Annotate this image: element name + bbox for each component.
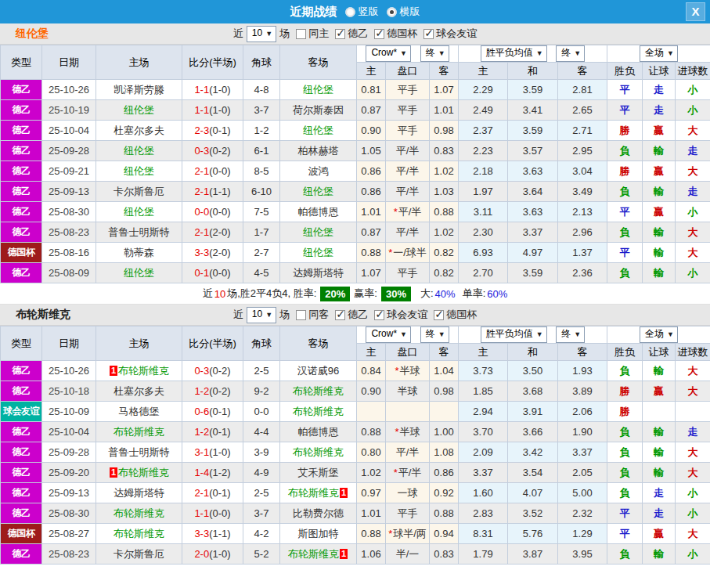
team-name-text: 布轮斯维克 [118,365,169,377]
league-checkbox-friendly[interactable] [423,29,434,39]
league-label-de2[interactable]: 德乙 [348,27,368,41]
col-header-away: 客场 [280,326,357,361]
cell-goals-result: 走 [676,141,710,161]
final-odds-select-2[interactable]: 终▼ [556,326,585,343]
horizontal-layout-radio[interactable] [387,7,397,17]
cell-date: 25-10-26 [42,361,96,381]
cell-result: 負 [607,182,643,202]
league-checkbox-friendly[interactable] [374,310,384,320]
full-match-select[interactable]: 全场▼ [640,326,678,343]
cell-goals-result: 走 [676,422,710,442]
same-away-checkbox[interactable] [296,310,306,320]
cell-result: 平 [607,524,643,544]
cell-score: 3-1(1-0) [182,442,243,463]
cell-handicap-result: 輸 [643,141,676,161]
cell-odds-draw: 3.68 [508,381,558,402]
cell-home-team: 杜塞尔多夫 [96,381,182,402]
team-name-text: 布轮斯维克 [293,446,344,458]
cell-odds-home: 3.70 [459,422,508,442]
team-name-text: 杜塞尔多夫 [114,385,164,397]
single-rate: 60% [487,288,507,300]
league-checkbox-de2[interactable] [335,29,345,39]
sub-header-odds-away: 客 [558,63,607,80]
final-odds-select[interactable]: 终▼ [420,326,449,343]
league-checkbox-de2[interactable] [335,310,345,320]
chevron-down-icon: ▼ [438,330,445,338]
cell-handicap-line: 平/半 [386,161,430,182]
cell-home-team: 布轮斯维克 [96,524,182,544]
cell-score: 0-3(0-2) [182,141,243,161]
cell-odds-draw: 3.59 [508,121,558,141]
cell-handicap-home-odds: 1.07 [357,263,386,283]
cell-result: 勝 [607,381,643,402]
cell-home-team: 普鲁士明斯特 [96,222,182,243]
same-home-checkbox[interactable] [296,29,306,39]
cell-handicap-away-odds: 1.03 [430,182,459,202]
league-label-cup[interactable]: 德国杯 [446,308,477,322]
cell-handicap-result: 贏 [643,524,676,544]
vertical-layout-label[interactable]: 竖版 [359,5,379,19]
cell-handicap-result: 輸 [643,222,676,243]
cell-score: 2-1(1-1) [182,182,243,202]
league-label-cup[interactable]: 德国杯 [387,27,417,41]
chevron-down-icon: ▼ [265,311,272,319]
same-home-label[interactable]: 同主 [308,27,329,41]
same-away-label[interactable]: 同客 [308,308,329,322]
col-header-corner: 角球 [243,326,280,361]
cell-handicap-home-odds: 0.84 [357,361,386,381]
cell-handicap-away-odds: 0.92 [430,483,459,503]
recent-count-select[interactable]: 10▼ [247,26,276,42]
team-name-text: 纽伦堡 [303,247,333,258]
team-name-text: 布轮斯维克 [288,487,339,499]
recent-count-select[interactable]: 10▼ [247,307,276,323]
close-button[interactable]: X [686,2,705,21]
team-name-text: 纽伦堡 [303,186,333,197]
cell-date: 25-08-16 [42,243,96,263]
match-row: 德国杯25-08-16勒蒂森3-3(2-0)2-7纽伦堡0.88*一/球半0.8… [1,243,710,263]
league-checkbox-cup[interactable] [374,29,384,39]
team-name-text: 布轮斯维克 [293,385,344,397]
cell-odds-home: 3.11 [459,202,508,222]
bookmaker-select[interactable]: Crow*▼ [366,45,411,62]
team-name-text: 比勒费尔德 [293,507,344,519]
sub-header-goals: 进球数 [676,344,710,361]
league-label-de2[interactable]: 德乙 [348,308,368,322]
cell-league: 德国杯 [1,524,42,544]
cell-odds-home: 3.37 [459,463,508,483]
cell-handicap-away-odds: 1.07 [430,80,459,100]
col-header-type: 类型 [1,326,42,361]
league-label-friendly[interactable]: 球会友谊 [387,308,427,322]
match-row: 德乙25-09-201布轮斯维克1-4(1-2)4-9艾禾斯堡1.02*平/半0… [1,463,710,483]
win-draw-loss-avg-select[interactable]: 胜平负均值▼ [481,45,547,62]
sub-header-handicap-home: 主 [357,63,386,80]
bookmaker-select[interactable]: Crow*▼ [366,326,411,343]
cell-league: 德国杯 [1,243,42,263]
final-odds-select-2[interactable]: 终▼ [556,45,585,62]
cell-handicap-home-odds: 1.02 [357,463,386,483]
chevron-down-icon: ▼ [400,49,407,57]
team-name-text: 帕德博恩 [298,426,339,438]
league-label-friendly[interactable]: 球会友谊 [436,27,477,41]
final-odds-select[interactable]: 终▼ [420,45,449,62]
chevron-down-icon: ▼ [400,330,407,338]
cell-odds-draw: 3.54 [508,463,558,483]
cell-score: 2-3(0-1) [182,121,243,141]
cell-handicap-home-odds: 0.88 [357,422,386,442]
cell-handicap-home-odds: 1.01 [357,202,386,222]
team-name-text: 马格德堡 [119,406,160,417]
cell-handicap-line: 平手 [386,100,430,121]
cell-handicap-result [643,402,676,422]
cell-result: 勝 [607,402,643,422]
vertical-layout-radio[interactable] [345,7,355,17]
win-draw-loss-avg-select[interactable]: 胜平负均值▼ [481,326,547,343]
horizontal-layout-label[interactable]: 横版 [400,5,420,19]
cell-odds-draw: 4.97 [508,243,558,263]
cell-handicap-away-odds: 0.86 [430,463,459,483]
team-name-text: 卡尔斯鲁厄 [114,548,164,560]
cell-handicap-line: *平/半 [386,202,430,222]
cell-handicap-home-odds: 0.86 [357,182,386,202]
full-match-select[interactable]: 全场▼ [640,45,678,62]
sub-header-handicap-away: 客 [430,63,459,80]
league-checkbox-cup[interactable] [434,310,444,320]
cell-odds-draw: 4.07 [508,483,558,503]
